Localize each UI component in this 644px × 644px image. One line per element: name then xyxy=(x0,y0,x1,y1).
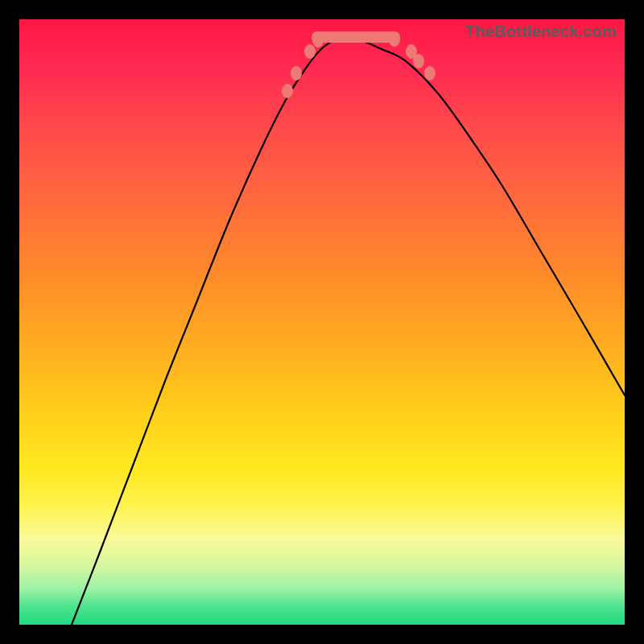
marker-dot xyxy=(312,33,324,47)
marker-dot xyxy=(304,44,316,59)
marker-dot xyxy=(291,66,302,80)
marker-dot xyxy=(389,32,400,47)
marker-dot xyxy=(413,54,424,68)
marker-dot xyxy=(424,66,436,80)
bottleneck-curve xyxy=(72,39,625,625)
bottleneck-chart xyxy=(19,19,625,625)
marker-dot xyxy=(282,84,293,98)
chart-area: TheBottleneck.com xyxy=(19,19,625,625)
